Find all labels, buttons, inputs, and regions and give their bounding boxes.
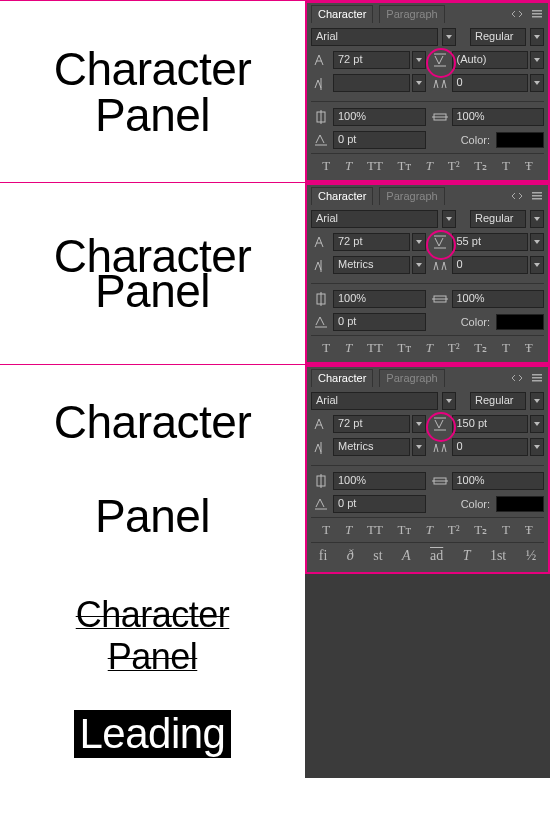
type-style-button[interactable]: T₂ <box>474 522 487 538</box>
dropdown-button[interactable] <box>412 74 426 92</box>
font-family-input[interactable]: Arial <box>311 392 438 410</box>
dropdown-button[interactable] <box>530 392 544 410</box>
font-size-icon <box>311 52 331 68</box>
baseline-input[interactable]: 0 pt <box>333 131 426 149</box>
type-style-button[interactable]: Tт <box>398 158 412 174</box>
kerning-icon <box>311 75 331 91</box>
hscale-icon <box>430 291 450 307</box>
dropdown-button[interactable] <box>412 233 426 251</box>
tracking-input[interactable]: 0 <box>452 438 529 456</box>
dropdown-button[interactable] <box>530 256 544 274</box>
tab-character[interactable]: Character <box>311 187 373 205</box>
type-style-button[interactable]: T <box>502 522 510 538</box>
collapse-icon[interactable] <box>510 7 524 21</box>
type-style-button[interactable]: Tт <box>398 340 412 356</box>
dropdown-button[interactable] <box>530 28 544 46</box>
dropdown-button[interactable] <box>442 28 456 46</box>
type-style-button[interactable]: Ŧ <box>525 340 533 356</box>
dropdown-button[interactable] <box>530 51 544 69</box>
type-style-button[interactable]: T <box>426 522 433 538</box>
type-style-button[interactable]: T₂ <box>474 158 487 174</box>
color-swatch[interactable] <box>496 132 544 148</box>
tab-paragraph[interactable]: Paragraph <box>379 369 444 387</box>
dropdown-button[interactable] <box>412 415 426 433</box>
panel-menu-icon[interactable] <box>530 7 544 21</box>
font-size-input[interactable]: 72 pt <box>333 415 410 433</box>
dropdown-button[interactable] <box>530 438 544 456</box>
dropdown-button[interactable] <box>412 438 426 456</box>
leading-icon <box>430 416 450 432</box>
font-style-input[interactable]: Regular <box>470 392 526 410</box>
baseline-input[interactable]: 0 pt <box>333 313 426 331</box>
font-size-icon <box>311 234 331 250</box>
font-size-input[interactable]: 72 pt <box>333 51 410 69</box>
font-family-input[interactable]: Arial <box>311 28 438 46</box>
vscale-input[interactable]: 100% <box>333 472 426 490</box>
tracking-input[interactable]: 0 <box>452 256 529 274</box>
type-style-button[interactable]: T <box>345 340 352 356</box>
font-size-input[interactable]: 72 pt <box>333 233 410 251</box>
type-style-button[interactable]: T₂ <box>474 340 487 356</box>
panel-menu-icon[interactable] <box>530 371 544 385</box>
font-style-input[interactable]: Regular <box>470 28 526 46</box>
type-style-button[interactable]: T <box>502 158 510 174</box>
type-style-button[interactable]: T <box>502 340 510 356</box>
tab-character[interactable]: Character <box>311 369 373 387</box>
type-style-button[interactable]: TT <box>367 340 383 356</box>
type-style-button[interactable]: T <box>345 158 352 174</box>
dropdown-button[interactable] <box>412 51 426 69</box>
type-style-button[interactable]: T² <box>448 340 460 356</box>
tab-character[interactable]: Character <box>311 5 373 23</box>
collapse-icon[interactable] <box>510 189 524 203</box>
baseline-icon <box>311 314 331 330</box>
dropdown-button[interactable] <box>530 233 544 251</box>
type-style-button[interactable]: T <box>345 522 352 538</box>
vscale-input[interactable]: 100% <box>333 108 426 126</box>
font-style-input[interactable]: Regular <box>470 210 526 228</box>
dropdown-button[interactable] <box>442 210 456 228</box>
type-style-button[interactable]: T <box>322 522 330 538</box>
color-swatch[interactable] <box>496 496 544 512</box>
color-label: Color: <box>461 134 490 146</box>
hscale-input[interactable]: 100% <box>452 108 545 126</box>
type-style-button[interactable]: Ŧ <box>525 158 533 174</box>
tab-paragraph[interactable]: Paragraph <box>379 5 444 23</box>
dropdown-button[interactable] <box>442 392 456 410</box>
tab-paragraph[interactable]: Paragraph <box>379 187 444 205</box>
type-style-button[interactable]: T² <box>448 522 460 538</box>
kerning-input[interactable]: Metrics <box>333 256 410 274</box>
panel-menu-icon[interactable] <box>530 189 544 203</box>
tracking-input[interactable]: 0 <box>452 74 529 92</box>
leading-label: Leading <box>74 710 232 758</box>
leading-input[interactable]: 55 pt <box>452 233 529 251</box>
type-style-button[interactable]: T <box>426 340 433 356</box>
type-style-button[interactable]: T <box>322 340 330 356</box>
kerning-input[interactable] <box>333 74 410 92</box>
font-family-input[interactable]: Arial <box>311 210 438 228</box>
kerning-input[interactable]: Metrics <box>333 438 410 456</box>
hscale-icon <box>430 473 450 489</box>
character-panel: CharacterParagraphArialRegular72 pt55 pt… <box>305 183 550 364</box>
type-style-button[interactable]: Ŧ <box>525 522 533 538</box>
leading-input[interactable]: (Auto) <box>452 51 529 69</box>
type-style-button[interactable]: TT <box>367 522 383 538</box>
dropdown-button[interactable] <box>412 256 426 274</box>
collapse-icon[interactable] <box>510 371 524 385</box>
type-style-button[interactable]: T² <box>448 158 460 174</box>
type-style-button[interactable]: TT <box>367 158 383 174</box>
hscale-input[interactable]: 100% <box>452 290 545 308</box>
vscale-input[interactable]: 100% <box>333 290 426 308</box>
baseline-icon <box>311 496 331 512</box>
dropdown-button[interactable] <box>530 74 544 92</box>
dropdown-button[interactable] <box>530 210 544 228</box>
hscale-input[interactable]: 100% <box>452 472 545 490</box>
dropdown-button[interactable] <box>530 415 544 433</box>
tracking-icon <box>430 439 450 455</box>
color-swatch[interactable] <box>496 314 544 330</box>
type-style-button[interactable]: Tт <box>398 522 412 538</box>
leading-input[interactable]: 150 pt <box>452 415 529 433</box>
type-style-button[interactable]: T <box>426 158 433 174</box>
baseline-input[interactable]: 0 pt <box>333 495 426 513</box>
type-style-button[interactable]: T <box>322 158 330 174</box>
empty-panel-area <box>305 574 550 778</box>
